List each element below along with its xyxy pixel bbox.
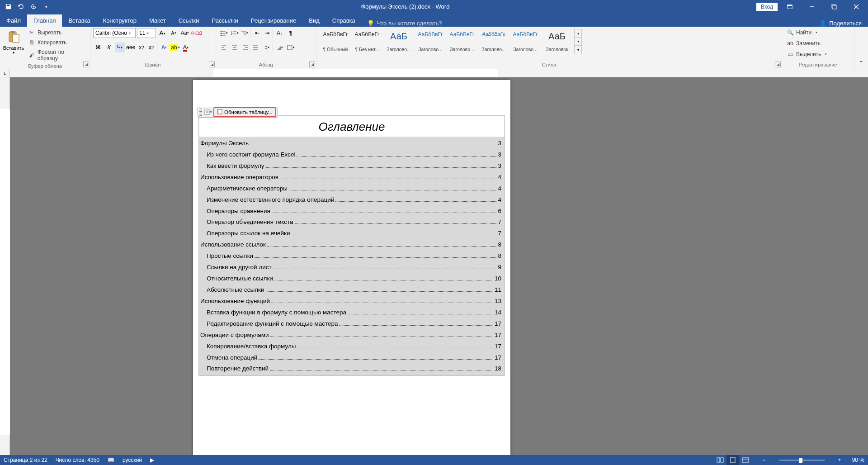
style-heading4[interactable]: АаБбВвГгЗаголово... xyxy=(478,29,509,54)
tab-file[interactable]: Файл xyxy=(0,14,27,27)
align-right-button[interactable] xyxy=(241,43,250,52)
tab-layout[interactable]: Макет xyxy=(143,14,172,27)
zoom-slider[interactable] xyxy=(779,460,825,461)
toc-entry[interactable]: Относительные ссылки10 xyxy=(199,273,504,285)
toc-entry[interactable]: Абсолютные ссылки11 xyxy=(199,285,504,296)
toc-entry[interactable]: Повторение действий18 xyxy=(199,363,504,375)
justify-button[interactable] xyxy=(251,43,261,52)
zoom-thumb[interactable] xyxy=(799,458,802,463)
redo-icon[interactable] xyxy=(29,2,38,11)
styles-scroll-down[interactable]: ▾ xyxy=(575,38,581,46)
close-button[interactable] xyxy=(846,0,866,13)
tab-references[interactable]: Ссылки xyxy=(172,14,206,27)
sort-button[interactable]: A↓ xyxy=(275,28,285,38)
web-layout-button[interactable] xyxy=(739,455,752,465)
toc-options-button[interactable]: ▾ xyxy=(203,108,212,117)
font-dialog-launcher[interactable]: ◢ xyxy=(209,62,215,67)
toc-entry[interactable]: Простые ссылки8 xyxy=(199,251,504,262)
toc-entry[interactable]: Операции с формулами17 xyxy=(199,330,504,341)
line-spacing-button[interactable]: ‡▾ xyxy=(263,43,273,52)
font-name-combo[interactable]: Calibri (Осно▾ xyxy=(93,28,136,38)
superscript-button[interactable]: x2 xyxy=(147,43,157,52)
tab-insert[interactable]: Вставка xyxy=(62,14,96,27)
paste-button[interactable]: Вставить ▾ xyxy=(3,28,24,57)
increase-indent-button[interactable]: ⇥ xyxy=(263,28,273,38)
borders-button[interactable]: ▾ xyxy=(286,43,296,52)
style-no-spacing[interactable]: АаБбВвГг¶ Без инт... xyxy=(352,29,382,54)
toc-entry[interactable]: Отмена операций17 xyxy=(199,352,504,364)
toc-entry[interactable]: Копирование/вставка формулы17 xyxy=(199,341,504,352)
bold-button[interactable]: Ж xyxy=(93,43,103,52)
find-button[interactable]: 🔍Найти▾ xyxy=(785,28,829,37)
strikethrough-button[interactable]: abc xyxy=(126,43,136,52)
select-button[interactable]: ▭Выделить▾ xyxy=(785,50,829,59)
styles-scroll-up[interactable]: ▴ xyxy=(575,29,581,38)
ribbon-display-options-icon[interactable] xyxy=(779,0,800,13)
toc-entry[interactable]: Оператор объединения текста7 xyxy=(199,217,504,228)
maximize-button[interactable] xyxy=(824,0,844,13)
grow-font-button[interactable]: A▴ xyxy=(157,28,167,38)
paragraph-dialog-launcher[interactable]: ◢ xyxy=(309,62,315,67)
tab-help[interactable]: Справка xyxy=(326,14,362,27)
shrink-font-button[interactable]: A▾ xyxy=(169,28,179,38)
toc-entry[interactable]: Арифметические операторы4 xyxy=(199,183,504,195)
toc-entry[interactable]: Редактирование функций с помощью мастера… xyxy=(199,318,504,330)
status-word-count[interactable]: Число слов: 4350 xyxy=(56,457,99,463)
font-color-button[interactable]: A▾ xyxy=(181,43,191,52)
undo-icon[interactable] xyxy=(16,2,25,11)
clear-formatting-button[interactable]: A⌫ xyxy=(191,28,201,38)
grip-icon[interactable] xyxy=(199,109,202,116)
style-title[interactable]: АаБЗаголовок xyxy=(542,29,572,54)
print-layout-button[interactable] xyxy=(726,455,739,465)
status-language[interactable]: русский xyxy=(123,457,142,463)
toc-entry[interactable]: Вставка функции в формулу с помощью маст… xyxy=(199,307,504,318)
toc-entry[interactable]: Как ввести формулу3 xyxy=(199,161,504,172)
multilevel-list-button[interactable]: ▾ xyxy=(241,28,250,38)
bullets-button[interactable]: ▾ xyxy=(219,28,229,38)
styles-dialog-launcher[interactable]: ◢ xyxy=(775,62,781,67)
change-case-button[interactable]: Aa▾ xyxy=(180,28,190,38)
tab-mailings[interactable]: Рассылки xyxy=(205,14,244,27)
read-mode-button[interactable] xyxy=(714,455,726,465)
copy-button[interactable]: ⎘Копировать xyxy=(26,38,87,47)
minimize-button[interactable] xyxy=(802,0,822,13)
font-size-combo[interactable]: 11▾ xyxy=(137,28,156,38)
cut-button[interactable]: ✂Вырезать xyxy=(26,28,87,37)
toc-entry[interactable]: Использование ссылок8 xyxy=(199,239,504,251)
toc-entry[interactable]: Из чего состоит формула Excel3 xyxy=(199,149,504,161)
toc-entry[interactable]: Формулы Эксель3 xyxy=(199,138,504,149)
document-canvas[interactable]: ▾ ! Обновить таблицу... Оглавление Форму… xyxy=(10,77,868,455)
qat-customize-icon[interactable]: ▾ xyxy=(42,2,51,11)
replace-button[interactable]: abЗаменить xyxy=(785,39,829,48)
spellcheck-icon[interactable]: 📖 xyxy=(108,457,114,463)
tab-review[interactable]: Рецензирование xyxy=(245,14,302,27)
save-icon[interactable] xyxy=(4,2,13,11)
tab-view[interactable]: Вид xyxy=(302,14,326,27)
subscript-button[interactable]: x2 xyxy=(137,43,146,52)
style-heading3[interactable]: АаБбВвГгЗаголово... xyxy=(447,29,477,54)
decrease-indent-button[interactable]: ⇤ xyxy=(252,28,262,38)
shading-button[interactable]: ◢▾ xyxy=(275,43,285,52)
italic-button[interactable]: К xyxy=(104,43,114,52)
toc-entry[interactable]: Использование операторов4 xyxy=(199,172,504,183)
text-effects-button[interactable]: A▾ xyxy=(159,43,169,52)
collapse-ribbon-button[interactable]: ⌃ xyxy=(854,27,868,69)
tab-design[interactable]: Конструктор xyxy=(97,14,143,27)
styles-expand[interactable]: ▾ xyxy=(575,46,581,54)
zoom-level[interactable]: 90 % xyxy=(852,457,864,463)
toc-entry[interactable]: Использование функций13 xyxy=(199,296,504,307)
style-normal[interactable]: АаБбВвГг¶ Обычный xyxy=(320,29,351,54)
macro-icon[interactable]: ▶ xyxy=(150,457,154,463)
clipboard-dialog-launcher[interactable]: ◢ xyxy=(83,62,89,67)
toc-entry[interactable]: Ссылки на другой лист9 xyxy=(199,262,504,273)
vertical-ruler[interactable] xyxy=(0,77,10,455)
zoom-in-button[interactable]: + xyxy=(835,457,844,463)
login-button[interactable]: Вход xyxy=(756,3,778,11)
tell-me-search[interactable]: 💡 Что вы хотите сделать? xyxy=(362,20,448,27)
zoom-out-button[interactable]: − xyxy=(760,457,769,463)
align-left-button[interactable] xyxy=(219,43,229,52)
align-center-button[interactable] xyxy=(230,43,240,52)
format-painter-button[interactable]: 🖌Формат по образцу xyxy=(26,48,87,62)
style-heading1[interactable]: АаБЗаголово... xyxy=(383,29,414,54)
toc-entry[interactable]: Операторы ссылок на ячейки7 xyxy=(199,228,504,239)
